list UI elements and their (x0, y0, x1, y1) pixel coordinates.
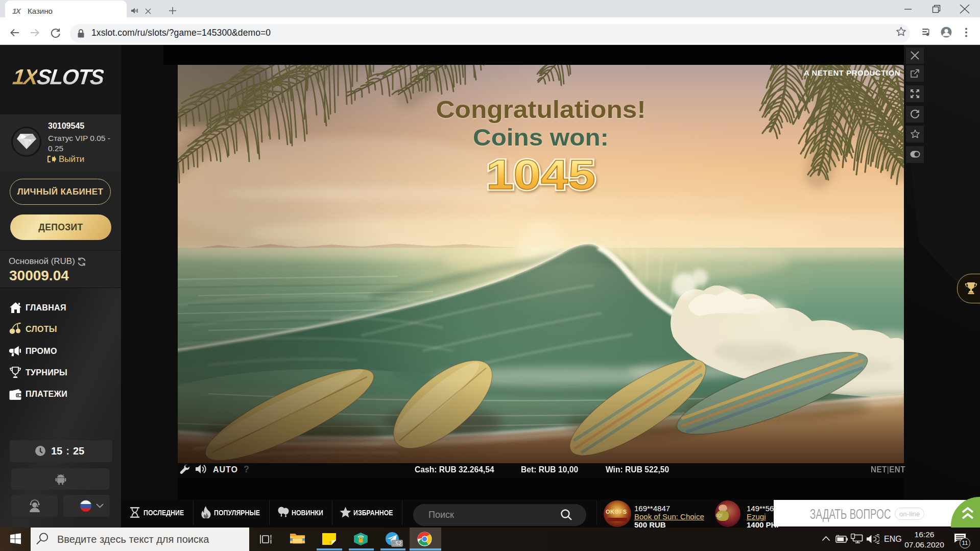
svg-text:A NETENT PRODUCTION: A NETENT PRODUCTION (804, 68, 900, 77)
svg-text:Coins won:: Coins won: (473, 124, 609, 151)
svg-text:Congratulations!: Congratulations! (436, 96, 646, 123)
svg-text:1045: 1045 (486, 151, 595, 198)
